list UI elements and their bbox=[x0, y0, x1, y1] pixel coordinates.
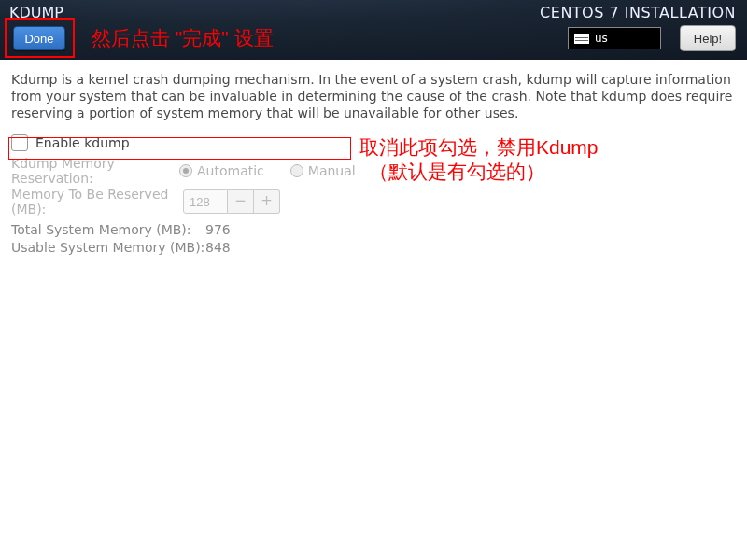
enable-kdump-label: Enable kdump bbox=[35, 135, 130, 150]
reservation-automatic-label: Automatic bbox=[197, 163, 264, 178]
reservation-automatic-radio[interactable] bbox=[179, 164, 192, 177]
reservation-manual-radio[interactable] bbox=[290, 164, 303, 177]
annotation-disable-line1: 取消此项勾选，禁用Kdump bbox=[359, 135, 599, 160]
memory-decrement-button[interactable]: − bbox=[228, 189, 254, 214]
memory-increment-button[interactable]: + bbox=[254, 189, 280, 214]
done-button[interactable]: Done bbox=[13, 26, 65, 50]
annotation-disable-text: 取消此项勾选，禁用Kdump （默认是有勾选的） bbox=[359, 135, 599, 184]
annotation-disable-line2: （默认是有勾选的） bbox=[369, 160, 599, 184]
installer-title: CENTOS 7 INSTALLATION bbox=[540, 4, 736, 21]
usable-memory-value: 848 bbox=[205, 240, 231, 258]
memory-reserve-input[interactable] bbox=[183, 189, 228, 214]
memory-reserve-label: Memory To Be Reserved (MB): bbox=[11, 187, 179, 217]
page-title: KDUMP bbox=[9, 4, 63, 21]
help-button[interactable]: Help! bbox=[680, 25, 736, 51]
intro-text: Kdump is a kernel crash dumping mechanis… bbox=[11, 71, 736, 121]
total-memory-label: Total System Memory (MB): bbox=[11, 222, 205, 240]
reservation-manual-label: Manual bbox=[308, 163, 356, 178]
memory-reserve-spinbox: − + bbox=[183, 189, 280, 214]
annotation-done-text: 然后点击 "完成" 设置 bbox=[92, 25, 274, 51]
keyboard-layout-value: us bbox=[595, 32, 608, 45]
enable-kdump-checkbox[interactable] bbox=[11, 134, 28, 151]
keyboard-layout-selector[interactable]: us bbox=[568, 27, 661, 49]
reservation-label: Kdump Memory Reservation: bbox=[11, 156, 179, 186]
total-memory-value: 976 bbox=[205, 222, 231, 240]
usable-memory-label: Usable System Memory (MB): bbox=[11, 240, 205, 258]
keyboard-icon bbox=[574, 34, 589, 44]
